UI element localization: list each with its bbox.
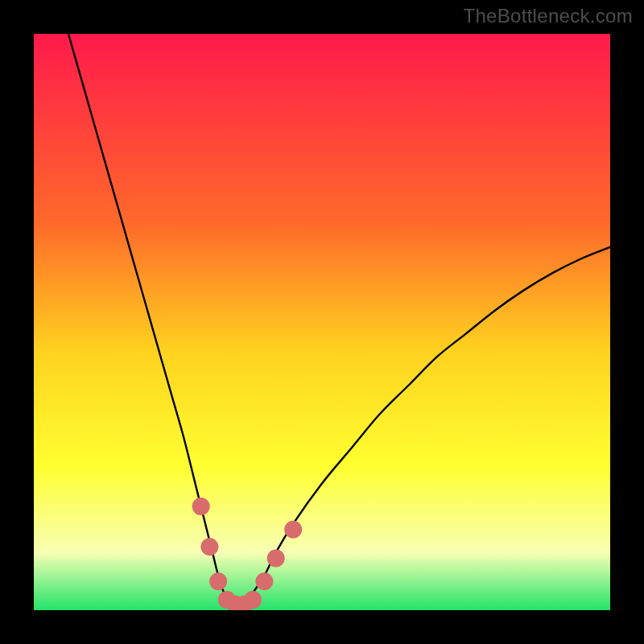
- chart-plot-area: [34, 34, 610, 610]
- highlight-dot: [200, 538, 218, 555]
- highlight-dot: [244, 591, 262, 609]
- highlight-dot: [192, 497, 210, 515]
- highlight-dot: [267, 550, 285, 568]
- highlight-dot: [255, 572, 273, 590]
- gradient-background: [34, 34, 610, 610]
- watermark-text: TheBottleneck.com: [463, 5, 633, 27]
- highlight-dot: [209, 572, 227, 590]
- bottleneck-chart-svg: [34, 34, 610, 610]
- highlight-dot: [284, 521, 302, 539]
